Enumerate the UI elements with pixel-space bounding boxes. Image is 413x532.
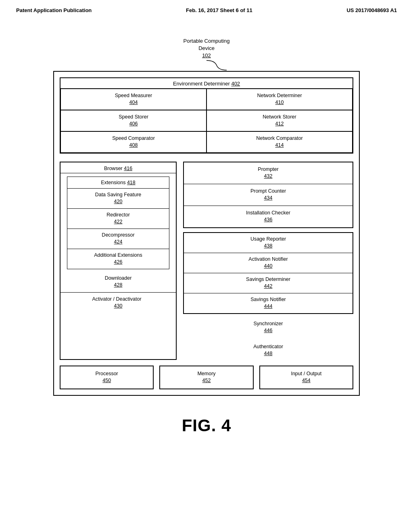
input-output-cell: Input / Output454 <box>259 366 353 389</box>
extensions-area: Extensions 418 Data Saving Feature 420 R… <box>60 173 176 269</box>
bracket-svg <box>186 60 227 71</box>
browser-box: Browser 416 Extensions 418 Data Saving F… <box>60 162 177 360</box>
env-cell-network-determiner: Network Determiner410 <box>206 89 353 110</box>
header-right: US 2017/0048693 A1 <box>346 7 397 13</box>
portable-device-text: Portable ComputingDevice <box>184 38 230 51</box>
env-cell-speed-comparator: Speed Comparator408 <box>60 131 206 153</box>
savings-notifier: Savings Notifier444 <box>184 293 353 313</box>
data-saving-feature: Data Saving Feature 420 <box>67 189 169 209</box>
installation-checker: Installation Checker 436 <box>184 206 353 227</box>
authenticator: Authenticator 448 <box>183 341 353 360</box>
env-grid: Speed Measurer404 Network Determiner410 … <box>60 89 353 153</box>
diagram-area: Portable ComputingDevice 102 Environment… <box>53 37 360 396</box>
env-determiner-title: Environment Determiner 402 <box>60 78 353 89</box>
bottom-row: Processor450 Memory452 Input / Output454 <box>60 366 353 389</box>
main-box: Environment Determiner 402 Speed Measure… <box>53 71 360 396</box>
decompressor: Decompressor 424 <box>67 229 169 249</box>
env-cell-network-comparator: Network Comparator414 <box>206 131 353 153</box>
extensions-label: Extensions 418 <box>67 177 169 189</box>
downloader: Downloader 428 <box>60 272 176 293</box>
page-header: Patent Application Publication Feb. 16, … <box>0 0 413 13</box>
env-cell-speed-storer: Speed Storer406 <box>60 110 206 131</box>
redirector: Redirector 422 <box>67 209 169 229</box>
usage-reporter: Usage Reporter 438 <box>184 233 353 253</box>
middle-section: Browser 416 Extensions 418 Data Saving F… <box>60 162 353 360</box>
portable-device-label: Portable ComputingDevice 102 <box>53 37 360 60</box>
prompter: Prompter 432 <box>184 162 353 184</box>
processor-cell: Processor450 <box>60 366 154 389</box>
savings-determiner: Savings Determiner442 <box>184 273 353 293</box>
browser-label: Browser 416 <box>60 162 176 173</box>
usage-box: Usage Reporter 438 Activation Notifier44… <box>183 232 353 314</box>
synchronizer: Synchronizer 446 <box>183 318 353 337</box>
additional-extensions: Additional Extensions426 <box>67 249 169 269</box>
header-middle: Feb. 16, 2017 Sheet 6 of 11 <box>186 7 252 13</box>
right-column: Prompter 432 Prompt Counter 434 Installa… <box>183 162 353 360</box>
prompter-box: Prompter 432 Prompt Counter 434 Installa… <box>183 162 353 228</box>
activator-deactivator: Activator / Deactivator 430 <box>60 293 176 313</box>
fig-label: FIG. 4 <box>0 416 413 435</box>
portable-device-ref: 102 <box>53 52 360 59</box>
activation-notifier: Activation Notifier440 <box>184 253 353 273</box>
env-cell-speed-measurer: Speed Measurer404 <box>60 89 206 110</box>
env-determiner-box: Environment Determiner 402 Speed Measure… <box>60 77 353 154</box>
prompt-counter: Prompt Counter 434 <box>184 184 353 206</box>
header-left: Patent Application Publication <box>16 7 92 13</box>
env-cell-network-storer: Network Storer412 <box>206 110 353 131</box>
extensions-subbox: Extensions 418 Data Saving Feature 420 R… <box>67 177 169 269</box>
memory-cell: Memory452 <box>159 366 253 389</box>
